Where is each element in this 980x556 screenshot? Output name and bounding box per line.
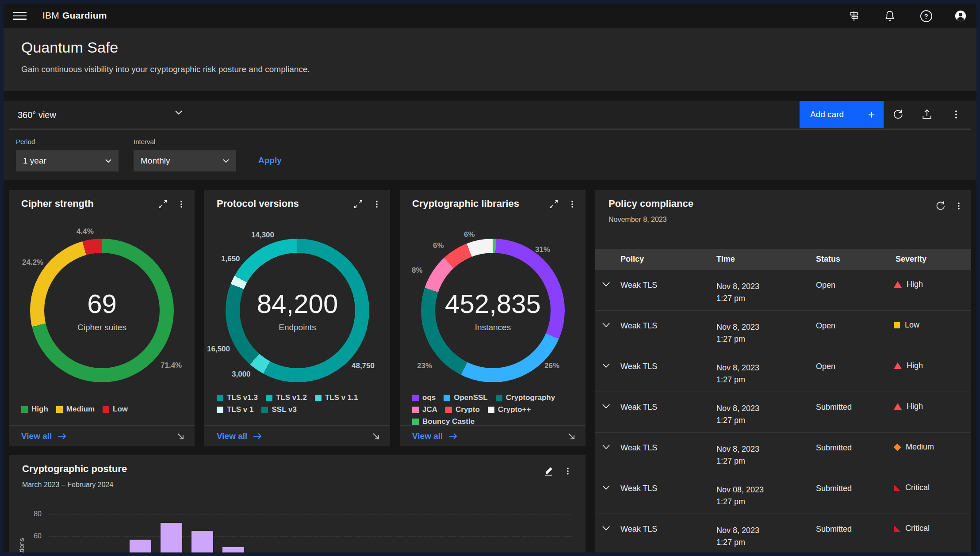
overflow-menu-icon[interactable] <box>371 198 383 210</box>
bar[interactable] <box>191 531 213 556</box>
card-footer: View all <box>204 425 390 446</box>
refresh-icon[interactable] <box>891 107 905 122</box>
legend-item[interactable]: Crypto++ <box>488 405 531 414</box>
row-expand-chevron-icon[interactable] <box>602 282 610 287</box>
table-row[interactable]: Weak TLSNov 8, 20231:27 pmSubmittedMediu… <box>595 433 971 473</box>
interval-dropdown[interactable]: Monthly <box>134 150 236 171</box>
y-axis-tick: 80 <box>24 510 42 518</box>
severity-label: Medium <box>906 442 934 452</box>
table-row[interactable]: Weak TLSNov 8, 20231:27 pmSubmittedHigh <box>595 392 971 433</box>
maximize-icon[interactable] <box>157 198 169 210</box>
overflow-menu-icon[interactable] <box>566 198 578 210</box>
cryptographic-libraries-donut-chart[interactable]: 452,835 Instances 31% 26% 23% 8% 6% 6% <box>421 239 565 382</box>
refresh-icon[interactable] <box>934 200 946 212</box>
view-all-link[interactable]: View all <box>217 431 262 441</box>
overflow-menu-icon[interactable] <box>953 200 965 212</box>
protocol-versions-donut-chart[interactable]: 84,200 Endpoints 48,750 3,000 16,500 1,6… <box>226 239 369 382</box>
brand-name: Guardium <box>62 10 107 20</box>
overflow-menu-icon[interactable] <box>562 465 574 477</box>
legend-item[interactable]: oqs <box>412 393 436 402</box>
cell-policy: Weak TLS <box>620 443 657 453</box>
resize-handle-icon[interactable] <box>176 432 185 441</box>
column-header-severity[interactable]: Severity <box>896 255 926 264</box>
legend-item[interactable]: OpenSSL <box>444 393 488 402</box>
table-row[interactable]: Weak TLSNov 08, 20231:27 pmSubmittedCrit… <box>595 473 971 514</box>
table-row[interactable]: Weak TLSNov 8, 20231:27 pmOpenHigh <box>595 270 971 311</box>
column-header-time[interactable]: Time <box>716 255 735 264</box>
legend-item[interactable]: High <box>21 405 48 414</box>
legend-swatch <box>496 395 502 401</box>
legend-item[interactable]: TLS v 1 <box>217 405 253 414</box>
table-header: Policy Time Status Severity <box>595 249 971 270</box>
legend-item[interactable]: JCA <box>412 405 437 414</box>
row-expand-chevron-icon[interactable] <box>602 485 610 490</box>
ring-label: 6% <box>433 241 444 250</box>
view-all-link[interactable]: View all <box>412 431 458 441</box>
donut-center-label: Instances <box>475 323 511 332</box>
period-dropdown[interactable]: 1 year <box>16 150 119 171</box>
table-row[interactable]: Weak TLSNov 8, 20231:27 pmSubmittedCriti… <box>595 514 971 555</box>
row-expand-chevron-icon[interactable] <box>602 526 610 531</box>
cipher-strength-donut-chart[interactable]: 69 Cipher suites 71.4% 24.2% 4.4% <box>30 239 174 382</box>
column-header-status[interactable]: Status <box>816 255 840 264</box>
row-expand-chevron-icon[interactable] <box>602 363 610 368</box>
card-footer: View all <box>9 425 195 446</box>
signpost-icon[interactable] <box>847 9 861 23</box>
column-header-policy[interactable]: Policy <box>620 255 644 264</box>
card-title: Protocol versions <box>217 198 299 209</box>
cell-time: Nov 08, 20231:27 pm <box>716 484 764 508</box>
bar[interactable] <box>161 523 182 556</box>
cell-severity: High <box>894 402 923 411</box>
notifications-bell-icon[interactable] <box>883 9 897 23</box>
legend-item[interactable]: Cryptography <box>496 393 555 402</box>
table-row[interactable]: Weak TLSNov 8, 20231:27 pmOpenLow <box>595 311 971 351</box>
row-expand-chevron-icon[interactable] <box>602 323 610 328</box>
page-title: Quantum Safe <box>21 39 118 56</box>
edit-pencil-icon[interactable] <box>542 465 555 477</box>
add-card-button[interactable]: Add card + <box>800 101 884 128</box>
quantum-safe-dashboard: IBMGuardium ? Quantum Safe Gain con <box>0 0 980 556</box>
ring-label: 31% <box>535 245 550 254</box>
legend-swatch <box>445 407 452 413</box>
legend-swatch <box>217 395 223 401</box>
legend-item[interactable]: Crypto <box>445 405 480 414</box>
legend-item[interactable]: SSL v3 <box>261 405 296 414</box>
upload-icon[interactable] <box>920 107 934 122</box>
legend-label: oqs <box>422 393 436 402</box>
table-row[interactable]: Weak TLSNov 8, 20231:27 pmOpenHigh <box>595 351 971 392</box>
row-expand-chevron-icon[interactable] <box>602 445 610 449</box>
bar[interactable] <box>130 540 151 556</box>
bar[interactable] <box>222 547 244 556</box>
cell-status: Open <box>816 321 835 331</box>
legend-item[interactable]: Low <box>103 405 128 414</box>
apply-button[interactable]: Apply <box>258 156 282 165</box>
overflow-menu-icon[interactable] <box>175 198 188 210</box>
cell-policy: Weak TLS <box>620 403 657 412</box>
legend-item[interactable]: TLS v1.2 <box>266 393 307 402</box>
legend-item[interactable]: Medium <box>56 405 95 414</box>
overflow-menu-icon[interactable] <box>949 107 963 122</box>
toolbar-divider <box>9 129 971 129</box>
table-body: Weak TLSNov 8, 20231:27 pmOpenHighWeak T… <box>595 270 971 555</box>
menu-hamburger-icon[interactable] <box>13 10 27 22</box>
legend-swatch <box>103 406 109 413</box>
chevron-down-icon[interactable] <box>175 110 182 115</box>
resize-handle-icon[interactable] <box>371 432 380 441</box>
view-selector[interactable]: 360° view <box>18 108 56 122</box>
resize-handle-icon[interactable] <box>567 432 576 441</box>
card-subtitle: November 8, 2023 <box>609 216 667 224</box>
legend-item[interactable]: Bouncy Castle <box>412 417 475 426</box>
severity-low-icon <box>894 322 900 328</box>
legend-item[interactable]: TLS v1.3 <box>217 393 258 402</box>
maximize-icon[interactable] <box>352 198 364 210</box>
account-avatar-icon[interactable] <box>953 9 968 23</box>
row-expand-chevron-icon[interactable] <box>602 404 610 409</box>
cell-policy: Weak TLS <box>620 484 657 493</box>
view-all-link[interactable]: View all <box>21 431 67 441</box>
maximize-icon[interactable] <box>547 198 560 210</box>
help-icon[interactable]: ? <box>919 9 933 23</box>
view-all-label: View all <box>21 431 52 441</box>
help-glyph: ? <box>920 10 932 22</box>
legend-label: TLS v 1.1 <box>325 393 358 402</box>
legend-item[interactable]: TLS v 1.1 <box>315 393 358 402</box>
